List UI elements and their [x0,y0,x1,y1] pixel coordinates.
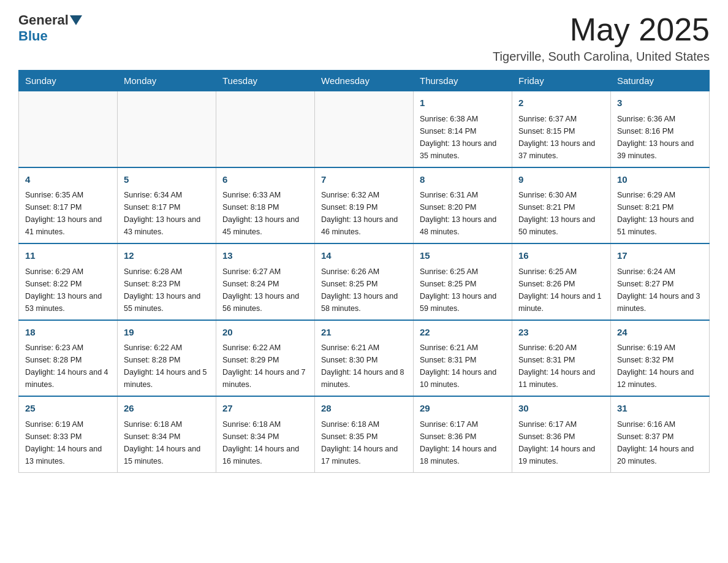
calendar-cell: 24Sunrise: 6:19 AMSunset: 8:32 PMDayligh… [611,320,710,397]
day-info: Sunrise: 6:22 AMSunset: 8:29 PMDaylight:… [222,342,308,391]
calendar-cell: 23Sunrise: 6:20 AMSunset: 8:31 PMDayligh… [512,320,611,397]
day-info: Sunrise: 6:28 AMSunset: 8:23 PMDaylight:… [124,266,210,315]
day-info: Sunrise: 6:19 AMSunset: 8:33 PMDaylight:… [25,418,111,467]
calendar-cell: 16Sunrise: 6:25 AMSunset: 8:26 PMDayligh… [512,243,611,320]
calendar-cell: 13Sunrise: 6:27 AMSunset: 8:24 PMDayligh… [216,243,315,320]
weekday-header-row: SundayMondayTuesdayWednesdayThursdayFrid… [19,71,710,91]
day-info: Sunrise: 6:21 AMSunset: 8:30 PMDaylight:… [321,342,407,391]
day-info: Sunrise: 6:19 AMSunset: 8:32 PMDaylight:… [617,342,703,391]
title-area: May 2025 Tigerville, South Carolina, Uni… [493,12,710,64]
day-info: Sunrise: 6:18 AMSunset: 8:35 PMDaylight:… [321,418,407,467]
weekday-header-friday: Friday [512,71,611,91]
day-number: 18 [25,326,111,340]
day-info: Sunrise: 6:18 AMSunset: 8:34 PMDaylight:… [124,418,210,467]
calendar-cell: 19Sunrise: 6:22 AMSunset: 8:28 PMDayligh… [118,320,216,397]
month-title: May 2025 [493,12,710,47]
day-number: 6 [222,173,308,187]
day-number: 13 [222,249,308,263]
day-number: 21 [321,326,407,340]
calendar-cell: 15Sunrise: 6:25 AMSunset: 8:25 PMDayligh… [414,243,512,320]
day-number: 7 [321,173,407,187]
day-info: Sunrise: 6:33 AMSunset: 8:18 PMDaylight:… [222,189,308,238]
day-number: 26 [124,402,210,416]
calendar-cell: 6Sunrise: 6:33 AMSunset: 8:18 PMDaylight… [216,167,315,244]
day-number: 4 [25,173,111,187]
weekday-header-monday: Monday [118,71,216,91]
day-number: 19 [124,326,210,340]
day-number: 1 [420,96,506,110]
day-number: 15 [420,249,506,263]
calendar-cell: 29Sunrise: 6:17 AMSunset: 8:36 PMDayligh… [414,396,512,472]
location-title: Tigerville, South Carolina, United State… [493,50,710,64]
day-number: 29 [420,402,506,416]
logo-blue-text: Blue [18,28,48,44]
weekday-header-tuesday: Tuesday [216,71,315,91]
calendar-cell: 20Sunrise: 6:22 AMSunset: 8:29 PMDayligh… [216,320,315,397]
day-number: 30 [518,402,604,416]
calendar-cell: 4Sunrise: 6:35 AMSunset: 8:17 PMDaylight… [19,167,118,244]
day-info: Sunrise: 6:24 AMSunset: 8:27 PMDaylight:… [617,266,703,315]
day-number: 25 [25,402,111,416]
calendar-cell: 28Sunrise: 6:18 AMSunset: 8:35 PMDayligh… [315,396,414,472]
logo-triangle-icon [70,15,82,25]
day-info: Sunrise: 6:35 AMSunset: 8:17 PMDaylight:… [25,189,111,238]
day-info: Sunrise: 6:29 AMSunset: 8:21 PMDaylight:… [617,189,703,238]
page-header: General Blue May 2025 Tigerville, South … [18,12,710,64]
calendar-cell: 25Sunrise: 6:19 AMSunset: 8:33 PMDayligh… [19,396,118,472]
day-number: 20 [222,326,308,340]
calendar-cell: 14Sunrise: 6:26 AMSunset: 8:25 PMDayligh… [315,243,414,320]
day-number: 22 [420,326,506,340]
day-number: 31 [617,402,703,416]
calendar-cell: 21Sunrise: 6:21 AMSunset: 8:30 PMDayligh… [315,320,414,397]
weekday-header-wednesday: Wednesday [315,71,414,91]
day-info: Sunrise: 6:31 AMSunset: 8:20 PMDaylight:… [420,189,506,238]
day-number: 24 [617,326,703,340]
day-number: 23 [518,326,604,340]
day-info: Sunrise: 6:26 AMSunset: 8:25 PMDaylight:… [321,266,407,315]
calendar-cell: 2Sunrise: 6:37 AMSunset: 8:15 PMDaylight… [512,91,611,167]
calendar-cell: 3Sunrise: 6:36 AMSunset: 8:16 PMDaylight… [611,91,710,167]
calendar-week-row: 18Sunrise: 6:23 AMSunset: 8:28 PMDayligh… [19,320,710,397]
calendar-cell: 17Sunrise: 6:24 AMSunset: 8:27 PMDayligh… [611,243,710,320]
day-number: 17 [617,249,703,263]
calendar-cell [118,91,216,167]
day-number: 3 [617,96,703,110]
day-number: 5 [124,173,210,187]
day-info: Sunrise: 6:18 AMSunset: 8:34 PMDaylight:… [222,418,308,467]
day-info: Sunrise: 6:36 AMSunset: 8:16 PMDaylight:… [617,113,703,162]
calendar-cell: 26Sunrise: 6:18 AMSunset: 8:34 PMDayligh… [118,396,216,472]
day-info: Sunrise: 6:25 AMSunset: 8:26 PMDaylight:… [518,266,604,315]
weekday-header-sunday: Sunday [19,71,118,91]
calendar-cell: 7Sunrise: 6:32 AMSunset: 8:19 PMDaylight… [315,167,414,244]
day-number: 27 [222,402,308,416]
day-info: Sunrise: 6:16 AMSunset: 8:37 PMDaylight:… [617,418,703,467]
day-info: Sunrise: 6:25 AMSunset: 8:25 PMDaylight:… [420,266,506,315]
day-number: 28 [321,402,407,416]
day-info: Sunrise: 6:23 AMSunset: 8:28 PMDaylight:… [25,342,111,391]
calendar-week-row: 4Sunrise: 6:35 AMSunset: 8:17 PMDaylight… [19,167,710,244]
logo: General Blue [18,12,83,44]
day-info: Sunrise: 6:22 AMSunset: 8:28 PMDaylight:… [124,342,210,391]
day-number: 8 [420,173,506,187]
day-number: 2 [518,96,604,110]
calendar-cell: 1Sunrise: 6:38 AMSunset: 8:14 PMDaylight… [414,91,512,167]
calendar-cell [19,91,118,167]
calendar-week-row: 11Sunrise: 6:29 AMSunset: 8:22 PMDayligh… [19,243,710,320]
calendar-table: SundayMondayTuesdayWednesdayThursdayFrid… [18,70,710,473]
day-info: Sunrise: 6:38 AMSunset: 8:14 PMDaylight:… [420,113,506,162]
day-number: 14 [321,249,407,263]
calendar-cell: 31Sunrise: 6:16 AMSunset: 8:37 PMDayligh… [611,396,710,472]
logo-general-text: General [18,12,69,28]
calendar-week-row: 25Sunrise: 6:19 AMSunset: 8:33 PMDayligh… [19,396,710,472]
calendar-week-row: 1Sunrise: 6:38 AMSunset: 8:14 PMDaylight… [19,91,710,167]
day-info: Sunrise: 6:17 AMSunset: 8:36 PMDaylight:… [420,418,506,467]
day-info: Sunrise: 6:30 AMSunset: 8:21 PMDaylight:… [518,189,604,238]
day-number: 11 [25,249,111,263]
calendar-cell: 11Sunrise: 6:29 AMSunset: 8:22 PMDayligh… [19,243,118,320]
day-number: 10 [617,173,703,187]
day-info: Sunrise: 6:32 AMSunset: 8:19 PMDaylight:… [321,189,407,238]
calendar-cell: 27Sunrise: 6:18 AMSunset: 8:34 PMDayligh… [216,396,315,472]
weekday-header-thursday: Thursday [414,71,512,91]
day-info: Sunrise: 6:29 AMSunset: 8:22 PMDaylight:… [25,266,111,315]
day-number: 12 [124,249,210,263]
